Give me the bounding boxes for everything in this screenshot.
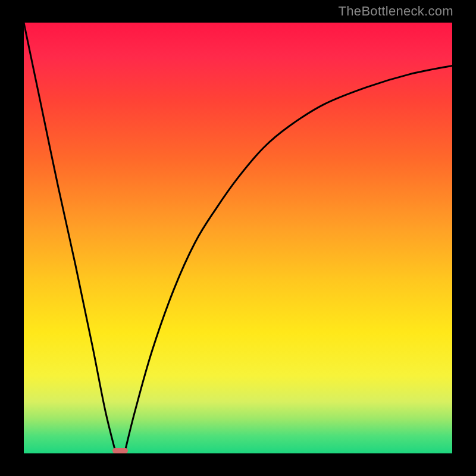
- curve-right-branch: [124, 65, 452, 453]
- curve-left-branch: [24, 23, 116, 453]
- watermark-text: TheBottleneck.com: [339, 4, 453, 19]
- min-point-marker: [112, 448, 127, 453]
- chart-frame: TheBottleneck.com: [0, 0, 476, 476]
- bottleneck-curve: [24, 23, 452, 453]
- plot-area: [24, 23, 452, 453]
